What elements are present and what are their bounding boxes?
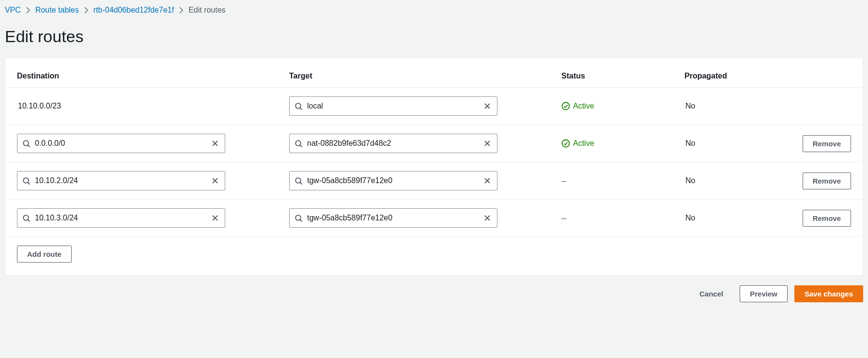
breadcrumb-current: Edit routes xyxy=(188,6,225,15)
remove-route-button[interactable]: Remove xyxy=(803,210,851,227)
preview-button[interactable]: Preview xyxy=(740,285,788,302)
target-input[interactable] xyxy=(289,208,497,228)
save-changes-button[interactable]: Save changes xyxy=(794,285,863,302)
col-target: Target xyxy=(289,72,550,80)
destination-input-field[interactable] xyxy=(35,209,205,227)
target-input-field[interactable] xyxy=(307,134,478,153)
close-icon[interactable] xyxy=(478,214,497,222)
target-input[interactable] xyxy=(289,96,497,116)
status-active: Active xyxy=(561,102,673,110)
propagated-value: No xyxy=(684,102,762,110)
search-icon xyxy=(290,140,307,148)
col-status: Status xyxy=(561,72,673,80)
propagated-value: No xyxy=(684,176,762,185)
breadcrumb: VPC Route tables rtb-04d06bed12fde7e1f E… xyxy=(0,0,868,18)
target-input[interactable] xyxy=(289,171,497,190)
destination-input[interactable] xyxy=(17,171,225,190)
col-propagated: Propagated xyxy=(684,72,762,80)
status-active: Active xyxy=(561,139,673,148)
search-icon xyxy=(290,214,307,222)
routes-panel: Destination Target Status Propagated 10.… xyxy=(5,58,863,276)
breadcrumb-rtb-id[interactable]: rtb-04d06bed12fde7e1f xyxy=(93,6,174,15)
search-icon xyxy=(17,214,35,222)
close-icon[interactable] xyxy=(478,102,497,110)
cancel-button[interactable]: Cancel xyxy=(690,286,733,302)
target-input[interactable] xyxy=(289,134,497,153)
col-destination: Destination xyxy=(17,72,278,80)
search-icon xyxy=(17,140,35,148)
remove-route-button[interactable]: Remove xyxy=(803,135,851,152)
chevron-right-icon xyxy=(179,7,184,14)
close-icon[interactable] xyxy=(478,140,497,147)
destination-input-field[interactable] xyxy=(35,171,205,190)
chevron-right-icon xyxy=(84,7,89,14)
close-icon[interactable] xyxy=(205,140,225,147)
remove-route-button[interactable]: Remove xyxy=(803,172,851,189)
check-circle-icon xyxy=(561,102,570,110)
chevron-right-icon xyxy=(26,7,31,14)
close-icon[interactable] xyxy=(478,177,497,185)
table-header-row: Destination Target Status Propagated xyxy=(5,58,863,88)
breadcrumb-vpc[interactable]: VPC xyxy=(5,6,21,15)
search-icon xyxy=(290,102,307,110)
page-title: Edit routes xyxy=(0,18,868,58)
target-input-field[interactable] xyxy=(307,209,478,227)
propagated-value: No xyxy=(684,214,762,222)
search-icon xyxy=(290,177,307,185)
close-icon[interactable] xyxy=(205,214,225,222)
routes-table: Destination Target Status Propagated 10.… xyxy=(5,58,863,237)
route-row: –NoRemove xyxy=(5,200,863,237)
check-circle-icon xyxy=(561,139,570,148)
close-icon[interactable] xyxy=(205,177,225,185)
route-row: 10.10.0.0/23ActiveNo xyxy=(5,88,863,125)
add-route-button[interactable]: Add route xyxy=(17,246,72,263)
route-row: ActiveNoRemove xyxy=(5,125,863,162)
status-none: – xyxy=(561,176,673,186)
status-none: – xyxy=(561,213,673,223)
destination-text: 10.10.0.0/23 xyxy=(17,102,278,110)
propagated-value: No xyxy=(684,139,762,148)
target-input-field[interactable] xyxy=(307,171,478,190)
search-icon xyxy=(17,177,35,185)
route-row: –NoRemove xyxy=(5,162,863,200)
destination-input-field[interactable] xyxy=(35,134,205,153)
footer-actions: Cancel Preview Save changes xyxy=(0,276,868,304)
destination-input[interactable] xyxy=(17,134,225,153)
destination-input[interactable] xyxy=(17,208,225,228)
breadcrumb-route-tables[interactable]: Route tables xyxy=(35,6,79,15)
target-input-field[interactable] xyxy=(307,97,478,115)
